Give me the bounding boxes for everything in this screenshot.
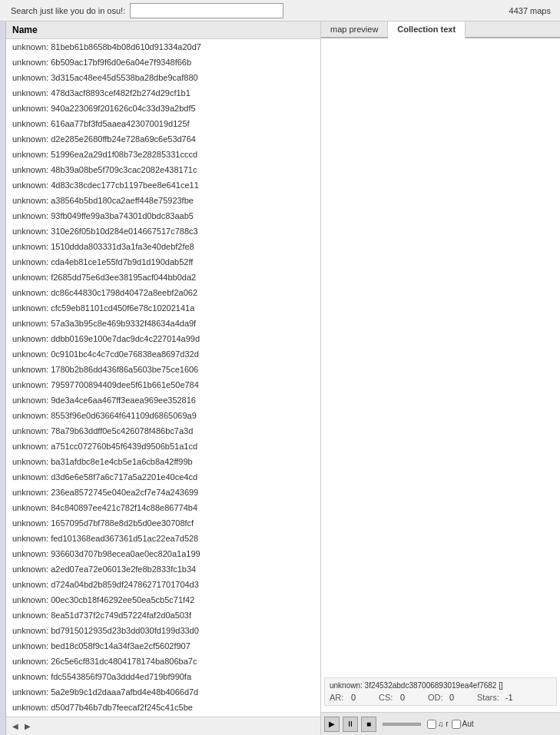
map-info-box: unknown: 3f24532abdc387006893019ea4ef768… — [324, 677, 557, 706]
map-count: 4437 maps — [509, 6, 555, 15]
name-column-header: Name — [12, 25, 38, 35]
list-item[interactable]: unknown: 3d315ac48ee45d5538ba28dbe9caf88… — [6, 70, 320, 85]
list-item[interactable]: unknown: fed101368ead367361d51ac22ea7d52… — [6, 531, 320, 546]
stop-icon: ■ — [366, 720, 371, 728]
list-header: Name — [6, 22, 320, 39]
play-icon: ▶ — [329, 720, 335, 728]
od-value: 0 — [449, 693, 465, 702]
list-item[interactable]: unknown: d3d6e6e58f7a6c717a5a2201e40ce4c… — [6, 469, 320, 485]
ar-row: AR: 0 — [330, 693, 366, 702]
list-item[interactable]: unknown: 8ea51d737f2c749d57224faf2d0a503… — [6, 608, 320, 623]
list-item[interactable]: unknown: d724a04bd2b859df24786271701704d… — [6, 577, 320, 592]
list-item[interactable]: unknown: cfc59eb81101cd450f6e78c10202141… — [6, 300, 320, 316]
cs-label: CS: — [379, 693, 394, 702]
top-bar: Search just like you do in osu!: 4437 ma… — [0, 0, 560, 22]
auto-checkbox[interactable] — [452, 720, 461, 729]
play-button[interactable]: ▶ — [324, 717, 340, 732]
list-item[interactable]: unknown: a751cc072760b45f6439d9506b51a1c… — [6, 439, 320, 454]
stop-button[interactable]: ■ — [361, 717, 376, 732]
scroll-right-arrow[interactable]: ▶ — [22, 722, 34, 730]
cs-value: 0 — [400, 693, 416, 702]
cs-row: CS: 0 — [379, 693, 416, 702]
list-item[interactable]: unknown: 48b39a08be5f709c3cac2082e438171… — [6, 162, 320, 177]
list-item[interactable]: unknown: cda4eb81ce1e55fd7b9d1d190dab52f… — [6, 254, 320, 270]
ar-label: AR: — [330, 693, 345, 702]
selected-map-title: unknown: 3f24532abdc387006893019ea4ef768… — [330, 681, 552, 690]
list-bottom: ◀ ▶ — [6, 717, 320, 735]
list-item[interactable]: unknown: fdc5543856f970a3ddd4ed719bf990f… — [6, 669, 320, 684]
list-item[interactable]: unknown: f2685dd75e6d3ee38195acf044bb0da… — [6, 270, 320, 285]
search-input[interactable] — [130, 3, 283, 18]
list-item[interactable]: unknown: dc86c44830c1798d40472a8eebf2a06… — [6, 285, 320, 300]
tabs-bar: map preview Collection text — [321, 22, 560, 38]
list-item[interactable]: unknown: 5a2e9b9c1d2daaa7afbd4e48b4066d7… — [6, 684, 320, 700]
music-checkbox-label: ♫ r — [438, 720, 449, 728]
auto-checkbox-container: Aut — [452, 720, 474, 729]
od-label: OD: — [428, 693, 443, 702]
music-checkbox-container: ♫ r — [427, 720, 449, 729]
pause-icon: ⏸ — [346, 720, 354, 728]
search-label: Search just like you do in osu!: — [11, 6, 125, 15]
list-item[interactable]: unknown: 6b509ac17bf9f6d0e6a04e7f9348f66… — [6, 55, 320, 70]
list-item[interactable]: unknown: 57a3a3b95c8e469b9332f48634a4da9… — [6, 316, 320, 331]
list-item[interactable]: unknown: 9de3a4ce6aa467ff3eaea969ee35281… — [6, 392, 320, 408]
list-item[interactable]: unknown: 616aa77bf3fd5aaea423070019d125f — [6, 116, 320, 131]
main-container: Search just like you do in osu!: 4437 ma… — [0, 0, 560, 735]
list-item[interactable]: unknown: ba31afdbc8e1e4cb5e1a6cb8a42ff99… — [6, 454, 320, 469]
list-item[interactable]: unknown: a38564b5bd180ca2aeff448e75923fb… — [6, 193, 320, 208]
music-checkbox[interactable] — [427, 720, 436, 729]
list-item[interactable]: unknown: 478d3acf8893cef482f2b274d29cf1b… — [6, 85, 320, 101]
auto-checkbox-label: Aut — [462, 720, 474, 728]
list-item[interactable]: unknown: 4d83c38cdec177cb1197bee8e641ce1… — [6, 177, 320, 193]
left-panel-edge — [0, 22, 6, 735]
list-item[interactable]: unknown: d2e285e2680ffb24e728a69c6e53d76… — [6, 131, 320, 147]
list-item[interactable]: unknown: 1780b2b86dd436f86a5603be75ce160… — [6, 362, 320, 377]
list-item[interactable]: unknown: 0c9101bc4c4c7cd0e76838ea8697d32… — [6, 346, 320, 362]
list-item[interactable]: unknown: d50d77b46b7db7feecaf2f245c41c5b… — [6, 700, 320, 715]
stars-value: -1 — [505, 693, 521, 702]
list-item[interactable]: unknown: 8553f96e0d63664f641109d6865069a… — [6, 408, 320, 423]
left-panel: Name unknown: 81beb61b8658b4b08d610d9133… — [6, 22, 321, 735]
list-item[interactable]: unknown: bed18c058f9c14a34f3ae2cf5602f90… — [6, 638, 320, 654]
stars-label: Stars: — [477, 693, 499, 702]
od-row: OD: 0 — [428, 693, 465, 702]
list-item[interactable]: unknown: 84c840897ee421c782f14c88e86774b… — [6, 500, 320, 515]
scroll-left-arrow[interactable]: ◀ — [9, 722, 22, 730]
list-item[interactable]: unknown: 936603d707b98ecea0ae0ec820a1a19… — [6, 546, 320, 561]
list-item[interactable]: unknown: 1510ddda803331d3a1fa3e40debf2fe… — [6, 239, 320, 254]
list-item[interactable]: unknown: 78a79b63ddff0e5c426078f486bc7a3… — [6, 423, 320, 439]
list-item[interactable]: unknown: 81beb61b8658b4b08d610d91334a20d… — [6, 39, 320, 55]
pause-button[interactable]: ⏸ — [343, 717, 358, 732]
list-item[interactable]: unknown: a2ed07ea72e06013e2fe8b2833fc1b3… — [6, 561, 320, 577]
map-stats: AR: 0 CS: 0 OD: 0 Stars: — [330, 693, 552, 702]
controls-bar: ▶ ⏸ ■ ♫ r Aut — [321, 712, 560, 735]
list-item[interactable]: unknown: 00ec30cb18f46292ee50ea5cb5c71f4… — [6, 592, 320, 608]
volume-slider[interactable] — [383, 723, 421, 726]
ar-value: 0 — [351, 693, 366, 702]
list-item[interactable]: unknown: 940a223069f201626c04c33d39a2bdf… — [6, 101, 320, 116]
list-item[interactable]: unknown: bd7915012935d23b3dd030fd199d33d… — [6, 623, 320, 638]
item-list[interactable]: unknown: 81beb61b8658b4b08d610d91334a20d… — [6, 39, 320, 717]
stars-row: Stars: -1 — [477, 693, 521, 702]
list-item[interactable]: unknown: 93fb049ffe99a3ba74301d0bdc83aab… — [6, 208, 320, 223]
list-item[interactable]: unknown: 1657095d7bf788e8d2b5d0ee30708fc… — [6, 515, 320, 531]
map-preview-area: unknown: 3f24532abdc387006893019ea4ef768… — [321, 38, 560, 712]
list-item[interactable]: unknown: 310e26f05b10d284e014667517c788c… — [6, 223, 320, 239]
list-item[interactable]: unknown: 7959770089440​9dee5f61b661e50e7… — [6, 377, 320, 392]
content-area: Name unknown: 81beb61b8658b4b08d610d9133… — [0, 22, 560, 735]
list-item[interactable]: unknown: 51996ea2a29d1f08b73e28285331ccc… — [6, 147, 320, 162]
list-item[interactable]: unknown: 236ea8572745e040ea2cf7e74a24369… — [6, 485, 320, 500]
tab-map-preview[interactable]: map preview — [321, 22, 388, 37]
list-item[interactable]: unknown: ddbb0169e100e7dac9dc4c227014a99… — [6, 331, 320, 346]
list-item[interactable]: unknown: 26c5e6cf831dc4804178174ba806ba7… — [6, 654, 320, 669]
tab-collection-text[interactable]: Collection text — [388, 22, 466, 38]
right-panel: map preview Collection text unknown: 3f2… — [321, 22, 560, 735]
